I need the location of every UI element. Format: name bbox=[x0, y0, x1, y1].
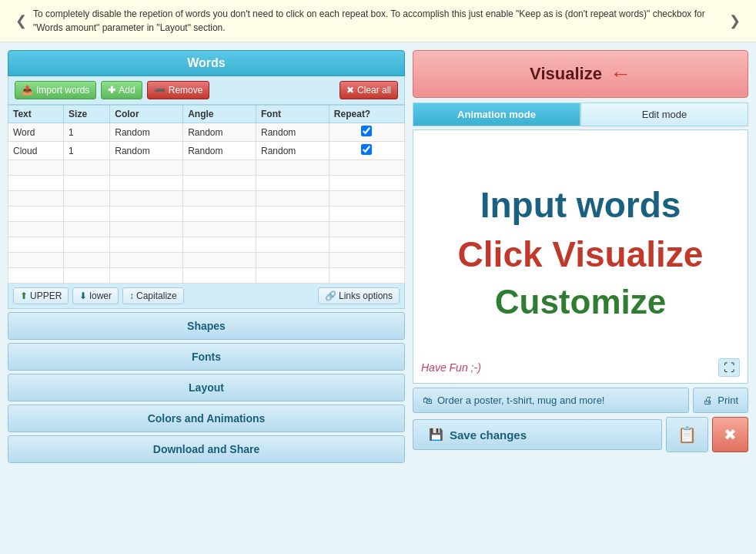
shapes-section-button[interactable]: Shapes bbox=[8, 312, 405, 340]
mode-tabs: Animation mode Edit mode bbox=[413, 102, 748, 126]
repeat-checkbox[interactable] bbox=[361, 126, 372, 136]
col-size: Size bbox=[64, 106, 110, 123]
table-row-empty bbox=[8, 253, 405, 268]
left-panel: Words 📤 Import words ✚ Add ➖ Remove ✖ Cl… bbox=[8, 50, 405, 463]
table-row-empty bbox=[8, 237, 405, 253]
layout-section-button[interactable]: Layout bbox=[8, 374, 405, 401]
col-angle: Angle bbox=[183, 106, 256, 123]
preview-footer: Have Fun ;-) ⛶ bbox=[413, 358, 748, 377]
preview-line-2: Click Visualize bbox=[458, 233, 704, 275]
col-font: Font bbox=[256, 106, 329, 123]
preview-area: Input words Click Visualize Customize Ha… bbox=[413, 129, 748, 384]
table-row-empty bbox=[8, 206, 405, 222]
save-changes-button[interactable]: 💾 Save changes bbox=[413, 419, 662, 450]
have-fun-text: Have Fun ;-) bbox=[421, 361, 481, 374]
col-color: Color bbox=[110, 106, 183, 123]
order-poster-button[interactable]: 🛍 Order a poster, t-shirt, mug and more! bbox=[413, 388, 689, 413]
save-bar: 💾 Save changes 📋 ✖ bbox=[413, 417, 748, 452]
print-button[interactable]: 🖨 Print bbox=[693, 388, 748, 413]
import-icon: 📤 bbox=[22, 85, 33, 96]
copy-button[interactable]: 📋 bbox=[666, 417, 708, 452]
upper-button[interactable]: ⬆ UPPER bbox=[13, 287, 69, 304]
download-share-section-button[interactable]: Download and Share bbox=[8, 435, 405, 463]
main-container: Words 📤 Import words ✚ Add ➖ Remove ✖ Cl… bbox=[0, 42, 756, 471]
table-row-empty bbox=[8, 191, 405, 206]
fullscreen-button[interactable]: ⛶ bbox=[718, 358, 740, 377]
col-repeat: Repeat? bbox=[329, 106, 404, 123]
visualize-arrow-icon: ← bbox=[610, 62, 631, 86]
table-row-empty bbox=[8, 268, 405, 284]
delete-button[interactable]: ✖ bbox=[712, 417, 748, 452]
upper-arrow-icon: ⬆ bbox=[20, 290, 28, 301]
table-row: Cloud1RandomRandomRandom bbox=[8, 142, 405, 160]
capitalize-button[interactable]: ↕ Capitalize bbox=[122, 287, 184, 304]
animation-mode-tab[interactable]: Animation mode bbox=[413, 102, 580, 126]
lower-button[interactable]: ⬇ lower bbox=[72, 287, 119, 304]
cell-angle: Random bbox=[183, 123, 256, 142]
words-header: Words bbox=[8, 50, 405, 76]
fonts-section-button[interactable]: Fonts bbox=[8, 343, 405, 371]
clear-icon: ✖ bbox=[346, 85, 354, 96]
words-toolbar: 📤 Import words ✚ Add ➖ Remove ✖ Clear al… bbox=[8, 76, 405, 105]
cell-color: Random bbox=[110, 142, 183, 160]
cell-text[interactable]: Word bbox=[8, 123, 64, 142]
cell-text[interactable]: Cloud bbox=[8, 142, 64, 160]
order-icon: 🛍 bbox=[423, 395, 433, 406]
capitalize-icon: ↕ bbox=[129, 290, 134, 301]
print-icon: 🖨 bbox=[703, 395, 713, 406]
preview-line-1: Input words bbox=[480, 184, 681, 226]
clear-all-button[interactable]: ✖ Clear all bbox=[340, 81, 398, 99]
remove-word-button[interactable]: ➖ Remove bbox=[147, 81, 210, 99]
cell-repeat[interactable] bbox=[329, 142, 404, 160]
colors-animations-section-button[interactable]: Colors and Animations bbox=[8, 405, 405, 432]
sections-container: Shapes Fonts Layout Colors and Animation… bbox=[8, 312, 405, 463]
save-icon: 💾 bbox=[429, 428, 443, 442]
info-bar: ❮ To completely disable the repetion of … bbox=[0, 0, 756, 42]
case-toolbar: ⬆ UPPER ⬇ lower ↕ Capitalize 🔗 Links opt… bbox=[8, 284, 405, 309]
col-text: Text bbox=[8, 106, 64, 123]
words-table: Text Size Color Angle Font Repeat? Word1… bbox=[8, 105, 405, 284]
cell-color: Random bbox=[110, 123, 183, 142]
repeat-checkbox[interactable] bbox=[361, 144, 372, 155]
table-row-empty bbox=[8, 176, 405, 191]
table-row-empty bbox=[8, 160, 405, 176]
import-words-button[interactable]: 📤 Import words bbox=[15, 81, 96, 99]
prev-arrow-icon[interactable]: ❮ bbox=[9, 12, 33, 29]
table-row-empty bbox=[8, 222, 405, 237]
delete-icon: ✖ bbox=[724, 426, 737, 443]
cell-angle: Random bbox=[183, 142, 256, 160]
edit-mode-tab[interactable]: Edit mode bbox=[580, 102, 748, 126]
preview-line-3: Customize bbox=[495, 283, 666, 321]
visualize-button[interactable]: Visualize ← bbox=[413, 50, 748, 98]
action-bar: 🛍 Order a poster, t-shirt, mug and more!… bbox=[413, 388, 748, 413]
cell-repeat[interactable] bbox=[329, 123, 404, 142]
links-icon: 🔗 bbox=[325, 290, 336, 301]
copy-icon: 📋 bbox=[677, 426, 697, 443]
info-text: To completely disable the repetion of wo… bbox=[33, 7, 723, 35]
cell-size: 1 bbox=[64, 123, 110, 142]
visualize-label: Visualize bbox=[530, 64, 602, 84]
lower-arrow-icon: ⬇ bbox=[79, 290, 87, 301]
remove-icon: ➖ bbox=[154, 85, 166, 96]
next-arrow-icon[interactable]: ❯ bbox=[723, 12, 747, 29]
add-icon: ✚ bbox=[108, 85, 115, 96]
table-row: Word1RandomRandomRandom bbox=[8, 123, 405, 142]
links-options-button[interactable]: 🔗 Links options bbox=[318, 287, 400, 304]
cell-font: Random bbox=[256, 123, 329, 142]
cell-size: 1 bbox=[64, 142, 110, 160]
right-panel: Visualize ← Animation mode Edit mode Inp… bbox=[413, 50, 748, 463]
add-word-button[interactable]: ✚ Add bbox=[101, 81, 142, 99]
cell-font: Random bbox=[256, 142, 329, 160]
